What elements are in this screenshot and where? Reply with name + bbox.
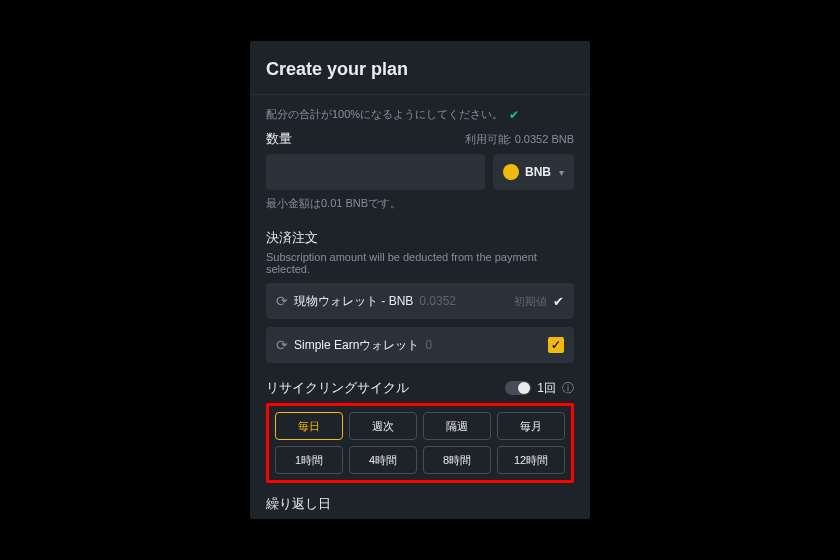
cycle-option-monthly[interactable]: 毎月 — [497, 412, 565, 440]
panel-title: Create your plan — [266, 59, 574, 80]
cycle-option-1h[interactable]: 1時間 — [275, 446, 343, 474]
wallet-simple-earn[interactable]: ⟳ Simple Earnウォレット 0 ✓ — [266, 327, 574, 363]
cycle-option-4h[interactable]: 4時間 — [349, 446, 417, 474]
cycle-highlight: 毎日 週次 隔週 毎月 1時間 4時間 8時間 12時間 — [266, 403, 574, 483]
wallet-earn-name: Simple Earnウォレット — [294, 337, 419, 354]
allocation-hint-text: 配分の合計が100%になるようにしてください。 — [266, 107, 503, 122]
info-icon[interactable]: ⓘ — [562, 380, 574, 397]
cycle-row-1: 毎日 週次 隔週 毎月 — [275, 412, 565, 440]
cycle-option-12h[interactable]: 12時間 — [497, 446, 565, 474]
cycle-option-biweekly[interactable]: 隔週 — [423, 412, 491, 440]
amount-header: 数量 利用可能: 0.0352 BNB — [266, 130, 574, 148]
cycle-option-8h[interactable]: 8時間 — [423, 446, 491, 474]
wallet-spot-balance: 0.0352 — [419, 294, 456, 308]
payment-subtitle: Subscription amount will be deducted fro… — [266, 251, 574, 275]
allocation-hint: 配分の合計が100%になるようにしてください。 ✔ — [266, 107, 574, 122]
wallet-spot[interactable]: ⟳ 現物ウォレット - BNB 0.0352 初期値 ✔ — [266, 283, 574, 319]
wallet-earn-checkbox[interactable]: ✓ — [548, 337, 564, 353]
check-icon: ✔ — [509, 108, 519, 122]
wallet-earn-balance: 0 — [425, 338, 432, 352]
coin-select[interactable]: BNB ▾ — [493, 154, 574, 190]
bnb-icon — [503, 164, 519, 180]
create-plan-panel: Create your plan 配分の合計が100%になるようにしてください。… — [250, 41, 590, 519]
cycle-once-toggle[interactable] — [505, 381, 531, 395]
repeat-title: 繰り返し日 — [266, 495, 574, 513]
cycle-option-daily[interactable]: 毎日 — [275, 412, 343, 440]
panel-body: 配分の合計が100%になるようにしてください。 ✔ 数量 利用可能: 0.035… — [250, 95, 590, 519]
wallet-default-label: 初期値 — [514, 294, 547, 309]
chevron-down-icon: ▾ — [559, 167, 564, 178]
wallet-spot-check-icon: ✔ — [553, 294, 564, 309]
wallet-icon: ⟳ — [276, 293, 288, 309]
wallet-icon: ⟳ — [276, 337, 288, 353]
amount-row: BNB ▾ — [266, 154, 574, 190]
amount-label: 数量 — [266, 130, 292, 148]
wallet-spot-name: 現物ウォレット - BNB — [294, 293, 413, 310]
amount-min-note: 最小金額は0.01 BNBです。 — [266, 196, 574, 211]
cycle-once-label: 1回 — [537, 380, 556, 397]
cycle-row-2: 1時間 4時間 8時間 12時間 — [275, 446, 565, 474]
amount-input[interactable] — [266, 154, 485, 190]
coin-label: BNB — [525, 165, 551, 179]
payment-title: 決済注文 — [266, 229, 574, 247]
amount-available: 利用可能: 0.0352 BNB — [465, 132, 574, 147]
cycle-title: リサイクリングサイクル — [266, 379, 409, 397]
cycle-option-weekly[interactable]: 週次 — [349, 412, 417, 440]
panel-header: Create your plan — [250, 41, 590, 95]
cycle-header: リサイクリングサイクル 1回 ⓘ — [266, 379, 574, 397]
